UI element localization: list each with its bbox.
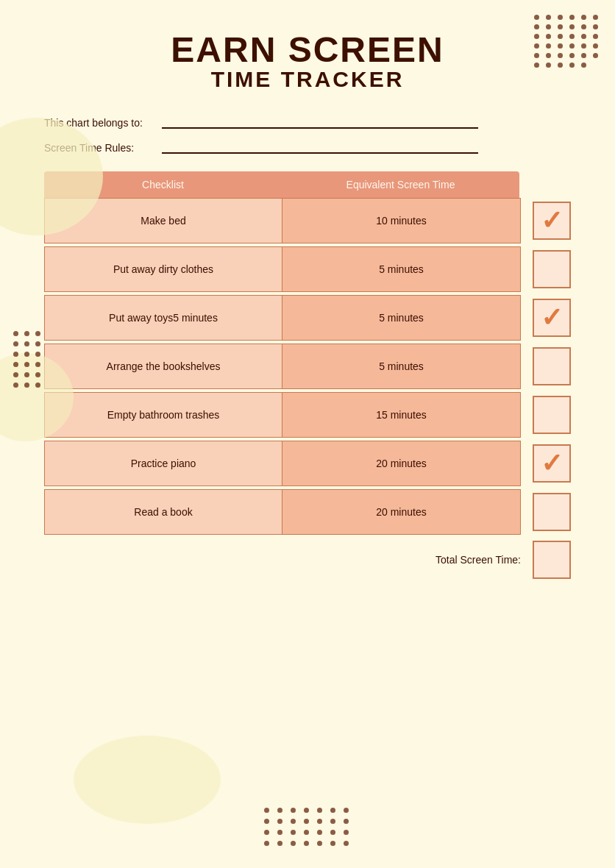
row-checkbox-0[interactable]: ✓ (533, 202, 571, 240)
dots-left (13, 331, 41, 388)
task-cell-3: Arrange the bookshelves (45, 344, 282, 388)
task-row-3: Arrange the bookshelves5 minutes (44, 344, 521, 389)
row-checkbox-3[interactable] (533, 347, 571, 385)
table-header: Checklist Equivalent Screen Time (44, 171, 519, 198)
time-cell-1: 5 minutes (282, 247, 520, 291)
header: EARN SCREEN TIME TRACKER (44, 29, 571, 92)
total-checkbox[interactable] (533, 541, 571, 579)
task-table: Checklist Equivalent Screen Time Make be… (44, 171, 571, 579)
belongs-row: This chart belongs to: (44, 114, 571, 129)
task-row-5: Practice piano20 minutes (44, 441, 521, 486)
row-checkbox-4[interactable] (533, 396, 571, 434)
checkmark-icon: ✓ (541, 207, 563, 234)
task-row-6: Read a book20 minutes (44, 489, 521, 535)
task-cell-2: Put away toys5 minutes (45, 296, 282, 340)
time-cell-4: 15 minutes (282, 393, 520, 437)
table-row: Read a book20 minutes (44, 489, 571, 535)
task-cell-1: Put away dirty clothes (45, 247, 282, 291)
title-sub: TIME TRACKER (44, 67, 571, 92)
checkmark-icon: ✓ (541, 450, 563, 477)
dots-top-right (534, 15, 600, 68)
task-row-2: Put away toys5 minutes5 minutes (44, 295, 521, 341)
task-cell-5: Practice piano (45, 441, 282, 485)
row-checkbox-2[interactable]: ✓ (533, 299, 571, 337)
time-cell-2: 5 minutes (282, 296, 520, 340)
task-row-1: Put away dirty clothes5 minutes (44, 246, 521, 292)
table-row: Empty bathroom trashes15 minutes (44, 392, 571, 438)
blob-decoration-bottom (74, 736, 221, 824)
dots-bottom (264, 808, 351, 846)
row-checkbox-5[interactable]: ✓ (533, 444, 571, 483)
belongs-input[interactable] (162, 114, 478, 129)
col-screen-time: Equivalent Screen Time (282, 171, 519, 198)
task-cell-6: Read a book (45, 490, 282, 534)
time-cell-5: 20 minutes (282, 441, 520, 485)
table-row: Make bed10 minutes✓ (44, 198, 571, 243)
task-row-0: Make bed10 minutes (44, 198, 521, 243)
rules-input[interactable] (162, 139, 478, 154)
page: EARN SCREEN TIME TRACKER This chart belo… (0, 0, 615, 868)
time-cell-0: 10 minutes (282, 199, 520, 243)
task-row-4: Empty bathroom trashes15 minutes (44, 392, 521, 438)
task-cell-4: Empty bathroom trashes (45, 393, 282, 437)
table-row: Practice piano20 minutes✓ (44, 441, 571, 486)
checkmark-icon: ✓ (541, 305, 563, 331)
form-fields: This chart belongs to: Screen Time Rules… (44, 114, 571, 154)
total-row: Total Screen Time: (44, 541, 571, 579)
table-rows: Make bed10 minutes✓Put away dirty clothe… (44, 198, 571, 535)
row-checkbox-1[interactable] (533, 250, 571, 288)
table-row: Put away toys5 minutes5 minutes✓ (44, 295, 571, 341)
rules-row: Screen Time Rules: (44, 139, 571, 154)
time-cell-3: 5 minutes (282, 344, 520, 388)
table-row: Arrange the bookshelves5 minutes (44, 344, 571, 389)
total-label: Total Screen Time: (436, 554, 521, 566)
table-row: Put away dirty clothes5 minutes (44, 246, 571, 292)
time-cell-6: 20 minutes (282, 490, 520, 534)
row-checkbox-6[interactable] (533, 493, 571, 531)
title-main: EARN SCREEN (44, 29, 571, 70)
